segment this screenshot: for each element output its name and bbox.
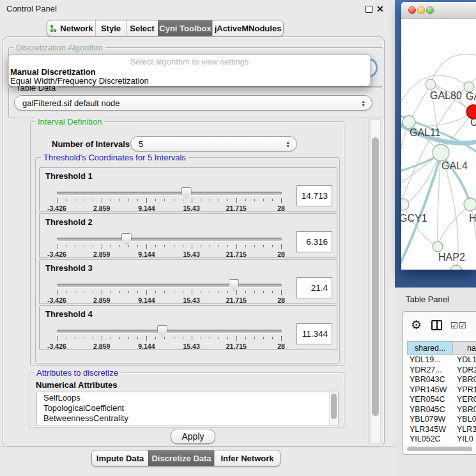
tick-mark — [111, 199, 111, 201]
slider-track[interactable] — [57, 192, 282, 195]
tick-label: 21.715 — [226, 296, 247, 304]
popup-option-equal-width-frequency[interactable]: Equal Width/Frequency Discretization — [10, 76, 149, 86]
tab-infer-network[interactable]: Infer Network — [214, 450, 280, 466]
tab-cyni-toolbox[interactable]: Cyni Toolbox — [158, 20, 212, 36]
float-window-icon[interactable] — [365, 6, 372, 13]
threshold-value-field[interactable]: 11.344 — [296, 323, 332, 344]
tick-mark — [102, 198, 102, 203]
zoom-traffic-light[interactable] — [426, 6, 434, 14]
combo-down-arrow-icon: ▼ — [362, 103, 365, 107]
list-scrollbar-thumb[interactable] — [331, 394, 337, 419]
table-hscrollbar[interactable] — [406, 446, 476, 452]
table-row[interactable]: YPR145WYPR1 — [407, 385, 476, 395]
close-traffic-light[interactable] — [408, 6, 416, 14]
threshold-value-field[interactable]: 14.713 — [296, 185, 332, 206]
tick-mark — [201, 199, 201, 201]
tab-network[interactable]: Network — [47, 20, 95, 36]
threshold-3-panel: Threshold 3 -3.4262.8599.14415.4321.7152… — [39, 259, 337, 304]
network-edge[interactable] — [403, 153, 441, 204]
table-cell: YIL0 — [453, 434, 473, 445]
network-node[interactable] — [433, 144, 449, 161]
tick-label: 2.859 — [93, 250, 110, 258]
tab-jactivemnodules[interactable]: jActiveMNodules — [212, 20, 283, 36]
attribute-list-item[interactable]: BetweennessCentrality — [37, 413, 329, 424]
tab-select[interactable]: Select — [126, 20, 158, 36]
tick-label: 9.144 — [138, 342, 155, 350]
number-of-intervals-label: Number of Intervals — [52, 139, 130, 149]
tick-mark — [219, 245, 219, 247]
table-row[interactable]: YBR045CYBR0 — [407, 405, 476, 415]
table-header-row: shared... na — [407, 341, 476, 355]
network-node[interactable] — [464, 198, 476, 211]
slider-tick-labels: -3.4262.8599.14415.4321.71528 — [40, 250, 337, 258]
popup-option-manual-discretization[interactable]: Manual Discretization — [10, 67, 96, 77]
tab-style[interactable]: Style — [95, 20, 126, 36]
tick-mark — [119, 337, 120, 339]
table-row[interactable]: YBL079WYBL0 — [407, 415, 476, 425]
tick-mark — [192, 290, 192, 295]
bottom-divider — [0, 446, 395, 447]
minimize-traffic-light[interactable] — [417, 6, 425, 14]
table-row[interactable]: YLR345WYLR3 — [407, 425, 476, 435]
network-node[interactable] — [450, 265, 462, 270]
main-scrollbar[interactable] — [370, 119, 381, 443]
slider-track[interactable] — [57, 238, 282, 241]
tick-label: 15.43 — [183, 250, 199, 258]
network-edge[interactable] — [403, 204, 438, 247]
network-icon — [49, 24, 57, 33]
tick-mark — [66, 291, 66, 293]
network-node[interactable] — [403, 116, 415, 128]
tick-mark — [93, 337, 93, 339]
tick-mark — [183, 245, 183, 247]
slider-track[interactable] — [57, 330, 282, 333]
close-icon[interactable]: ✕ — [376, 4, 384, 13]
network-view-window: GAL80GACGAL11GAL4GCY1HHAP2 — [401, 2, 476, 270]
table-row[interactable]: YDL19...YDL1 — [407, 355, 476, 365]
list-scrollbar[interactable] — [329, 392, 338, 426]
threshold-value-field[interactable]: 6.316 — [296, 231, 332, 252]
network-canvas[interactable]: GAL80GACGAL11GAL4GCY1HHAP2 — [401, 19, 476, 270]
gear-icon[interactable]: ⚙ — [411, 319, 422, 331]
tick-mark — [146, 336, 147, 341]
network-edge[interactable] — [431, 54, 476, 84]
table-hscrollbar-thumb[interactable] — [407, 447, 472, 451]
table-row[interactable]: YER054CYER0 — [407, 395, 476, 405]
column-header-shared[interactable]: shared... — [407, 341, 453, 355]
network-node-label: H — [469, 213, 476, 224]
tick-mark — [174, 245, 174, 247]
panel-title: Control Panel — [6, 4, 57, 13]
tick-mark — [102, 290, 102, 295]
apply-button[interactable]: Apply — [171, 429, 215, 444]
slider-tick-labels: -3.4262.8599.14415.4321.71528 — [40, 296, 337, 304]
network-node[interactable] — [401, 199, 409, 210]
tick-label: 15.43 — [183, 342, 199, 350]
checkbox-icons[interactable]: ☑☑ — [450, 321, 466, 330]
tick-mark — [66, 245, 66, 247]
tab-discretize-data[interactable]: Discretize Data — [148, 450, 214, 466]
tick-mark — [227, 245, 228, 247]
table-data-combobox[interactable]: galFiltered.sif default node ▲ ▼ — [14, 95, 372, 111]
tab-impute-data[interactable]: Impute Data — [92, 450, 148, 466]
tick-mark — [254, 245, 255, 247]
column-header-name[interactable]: na — [453, 341, 476, 355]
threshold-value-field[interactable]: 21.4 — [296, 277, 332, 298]
table-cell: YLR345W — [407, 425, 453, 435]
network-window-titlebar[interactable] — [401, 2, 476, 19]
columns-icon[interactable] — [431, 320, 442, 330]
main-scrollbar-thumb[interactable] — [372, 137, 379, 416]
table-row[interactable]: YDR27...YDR2 — [407, 365, 476, 376]
network-node[interactable] — [433, 242, 443, 252]
tick-mark — [164, 199, 165, 201]
tab-label: Style — [101, 24, 121, 33]
table-row[interactable]: YBR043CYBR0 — [407, 375, 476, 385]
attribute-list-item[interactable]: SelfLoops — [37, 393, 329, 403]
tick-mark — [75, 245, 75, 247]
tick-mark — [84, 245, 84, 247]
network-node[interactable] — [426, 79, 436, 89]
network-edge[interactable] — [438, 204, 470, 247]
attribute-list-item[interactable]: TopologicalCoefficient — [37, 403, 329, 413]
table-cell: YPR1 — [453, 385, 476, 395]
table-row[interactable]: YIL052CYIL0 — [407, 434, 476, 445]
number-of-intervals-combobox[interactable]: 5 ▲ ▼ — [130, 136, 297, 151]
slider-track[interactable] — [57, 284, 282, 287]
